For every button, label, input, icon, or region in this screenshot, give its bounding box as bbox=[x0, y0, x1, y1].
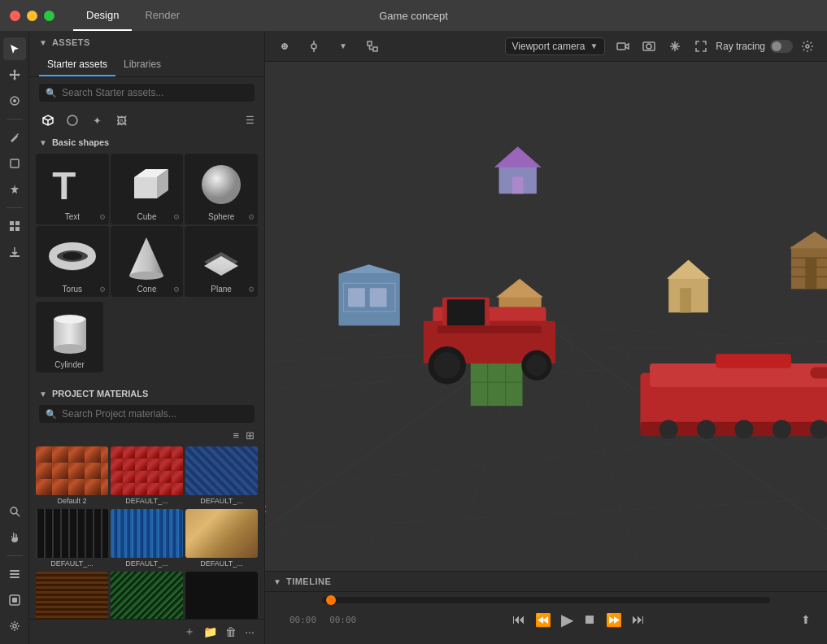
mat-filter-grid-icon[interactable]: ⊞ bbox=[246, 429, 255, 442]
move-tool[interactable] bbox=[3, 63, 26, 86]
filter-row: ✦ 🖼 ☰ bbox=[29, 108, 264, 133]
tl-stop-button[interactable]: ⏹ bbox=[583, 612, 596, 627]
vp-right-buttons: Ray tracing bbox=[612, 35, 819, 58]
shape-item-torus[interactable]: Torus ⚙ bbox=[36, 226, 109, 297]
vp-snap-button[interactable] bbox=[273, 35, 296, 58]
select-tool[interactable] bbox=[3, 37, 26, 60]
material-item-7[interactable]: DEFAULT_... bbox=[36, 572, 108, 619]
tab-render[interactable]: Render bbox=[132, 0, 193, 31]
shape-item-sphere[interactable]: Sphere ⚙ bbox=[185, 154, 258, 224]
transform-tool[interactable] bbox=[3, 215, 26, 237]
tab-libraries[interactable]: Libraries bbox=[115, 54, 169, 76]
materials-search-box[interactable]: 🔍 bbox=[39, 405, 255, 423]
vp-pivot-dropdown[interactable]: ▼ bbox=[332, 35, 355, 58]
minimize-button[interactable] bbox=[27, 11, 37, 21]
material-item-8[interactable]: DEFAULT_... bbox=[111, 572, 183, 619]
delete-asset-button[interactable]: 🗑 bbox=[225, 625, 237, 638]
tl-play-button[interactable]: ▶ bbox=[561, 610, 573, 629]
shape-item-cylinder[interactable]: Cylinder bbox=[36, 302, 103, 372]
material-item-1[interactable]: Default 2 bbox=[36, 446, 108, 507]
cone-shape-settings[interactable]: ⚙ bbox=[173, 285, 180, 294]
vp-pivot-button[interactable] bbox=[303, 35, 325, 58]
vp-transform-button[interactable] bbox=[361, 35, 384, 58]
materials-search-input[interactable] bbox=[62, 408, 248, 420]
plane-shape-settings[interactable]: ⚙ bbox=[248, 285, 255, 294]
material-item-3[interactable]: DEFAULT_... bbox=[185, 446, 258, 507]
tl-skip-end-button[interactable]: ⏭ bbox=[632, 612, 645, 627]
svg-point-105 bbox=[526, 355, 547, 376]
material-item-2[interactable]: DEFAULT_... bbox=[111, 446, 183, 507]
basic-shapes-collapse[interactable]: ▼ bbox=[39, 138, 47, 147]
vp-camera-btn2[interactable] bbox=[638, 35, 660, 58]
assets-search-input[interactable] bbox=[62, 87, 248, 98]
maximize-button[interactable] bbox=[44, 11, 54, 21]
svg-rect-76 bbox=[338, 274, 399, 326]
svg-point-39 bbox=[55, 315, 85, 324]
svg-point-22 bbox=[13, 624, 16, 628]
plane-shape-preview bbox=[197, 233, 246, 281]
cube-shape-label: Cube bbox=[137, 212, 157, 221]
assets-panel-footer: ＋ 📁 🗑 ··· bbox=[29, 619, 264, 644]
shape-tool[interactable] bbox=[3, 152, 26, 175]
materials-collapse[interactable]: ▼ bbox=[39, 389, 47, 398]
mat-filter-list-icon[interactable]: ≡ bbox=[233, 429, 239, 442]
cone-shape-label: Cone bbox=[137, 285, 157, 294]
tl-fast-forward-button[interactable]: ⏩ bbox=[606, 612, 622, 628]
vp-camera-btn3[interactable] bbox=[664, 35, 686, 58]
material-item-9[interactable]: DEFAULT_... bbox=[185, 572, 258, 619]
material-item-4[interactable]: DEFAULT_... bbox=[36, 509, 108, 569]
cube-shape-settings[interactable]: ⚙ bbox=[173, 213, 180, 221]
shape-item-text[interactable]: T Text ⚙ bbox=[36, 154, 109, 224]
tl-skip-start-button[interactable]: ⏮ bbox=[512, 612, 525, 627]
svg-rect-10 bbox=[15, 221, 20, 225]
filter-sparkle-icon[interactable]: ✦ bbox=[88, 111, 106, 129]
ray-tracing-toggle[interactable] bbox=[770, 40, 793, 53]
titlebar: Design Render Game concept bbox=[0, 0, 827, 31]
tab-starter-assets[interactable]: Starter assets bbox=[39, 54, 115, 76]
filter-sphere-icon[interactable] bbox=[63, 111, 81, 129]
timeline-scrubber[interactable] bbox=[322, 597, 770, 603]
svg-point-113 bbox=[734, 420, 753, 439]
assets-collapse-icon[interactable]: ▼ bbox=[39, 38, 47, 47]
props-tool[interactable] bbox=[3, 589, 26, 611]
material-item-5[interactable]: DEFAULT_... bbox=[111, 509, 183, 569]
shape-item-cone[interactable]: Cone ⚙ bbox=[111, 226, 184, 297]
layers-tool[interactable] bbox=[3, 563, 26, 585]
close-button[interactable] bbox=[10, 11, 20, 21]
shape-item-plane[interactable]: Plane ⚙ bbox=[185, 226, 258, 297]
vp-camera-btn4[interactable] bbox=[690, 35, 712, 58]
svg-rect-117 bbox=[716, 354, 791, 368]
filter-image-icon[interactable]: 🖼 bbox=[112, 111, 130, 129]
camera-select[interactable]: Viewport camera ▼ bbox=[505, 37, 606, 55]
timeline-thumb[interactable] bbox=[326, 595, 336, 605]
sphere-shape-settings[interactable]: ⚙ bbox=[248, 213, 255, 221]
timeline-collapse[interactable]: ▼ bbox=[273, 577, 281, 586]
import-asset-button[interactable]: 📁 bbox=[203, 625, 217, 638]
search-tool[interactable] bbox=[3, 500, 26, 523]
paint-tool[interactable] bbox=[3, 126, 26, 149]
viewport-scene: X Y Z bbox=[265, 62, 827, 571]
hand-tool[interactable] bbox=[3, 526, 26, 549]
tab-design[interactable]: Design bbox=[73, 0, 132, 31]
filter-cube-icon[interactable] bbox=[39, 111, 57, 129]
vp-camera-btn1[interactable] bbox=[612, 35, 634, 58]
tl-export-button[interactable]: ⬆ bbox=[801, 613, 811, 626]
effects-tool[interactable] bbox=[3, 178, 26, 201]
settings-tool[interactable] bbox=[3, 615, 26, 637]
tl-rewind-button[interactable]: ⏪ bbox=[535, 612, 551, 628]
vp-settings-btn[interactable] bbox=[796, 35, 819, 58]
sculpt-tool[interactable] bbox=[3, 89, 26, 112]
assets-panel-header: ▼ ASSETS bbox=[29, 31, 264, 54]
download-tool[interactable] bbox=[3, 241, 26, 263]
filter-list-icon[interactable]: ☰ bbox=[246, 115, 255, 126]
shape-item-cube[interactable]: Cube ⚙ bbox=[111, 154, 184, 224]
more-options-button[interactable]: ··· bbox=[245, 625, 255, 638]
torus-shape-settings[interactable]: ⚙ bbox=[99, 285, 106, 294]
add-asset-button[interactable]: ＋ bbox=[184, 624, 195, 639]
project-materials-title: PROJECT MATERIALS bbox=[52, 389, 148, 398]
material-item-6[interactable]: DEFAULT_... bbox=[185, 509, 258, 569]
viewport-canvas[interactable]: X Y Z bbox=[265, 62, 827, 571]
assets-search-box[interactable]: 🔍 bbox=[39, 84, 255, 102]
assets-scroll[interactable]: ▼ Basic shapes T Text ⚙ bbox=[29, 133, 264, 619]
text-shape-settings[interactable]: ⚙ bbox=[99, 213, 106, 221]
